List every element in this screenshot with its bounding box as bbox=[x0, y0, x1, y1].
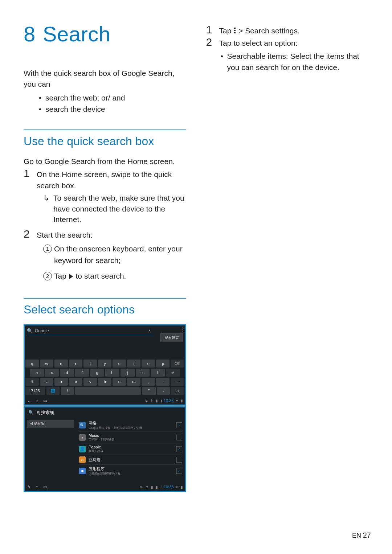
step-item: 1 Tap > Search settings. bbox=[206, 25, 369, 36]
row-sub: Google 网页搜索、书签和浏览器历史记录 bbox=[89, 426, 173, 430]
row-title: 应用程序 bbox=[89, 466, 173, 472]
key[interactable]: p bbox=[156, 360, 170, 368]
key[interactable]: u bbox=[113, 360, 126, 368]
list-item[interactable]: ■ 应用程序已安装的应用程序的名称 ✓ bbox=[79, 465, 182, 477]
key[interactable]: r bbox=[69, 360, 82, 368]
header-title: 可搜索项 bbox=[37, 410, 54, 416]
key[interactable]: a bbox=[171, 387, 184, 395]
battery-icon: ▮ bbox=[181, 485, 183, 489]
list-item[interactable]: ♪ Music艺术家、专辑和曲目 bbox=[79, 432, 182, 443]
overflow-menu-icon bbox=[233, 27, 236, 34]
checkbox-icon[interactable]: ✓ bbox=[176, 422, 182, 428]
key[interactable]: i bbox=[127, 360, 140, 368]
circled-item: 1 On the onscreen keyboard, enter your k… bbox=[43, 243, 186, 267]
section-title: Use the quick search box bbox=[24, 135, 186, 148]
key[interactable]: h bbox=[105, 369, 119, 377]
key-backspace[interactable]: ⌫ bbox=[171, 360, 184, 368]
key[interactable]: f bbox=[75, 369, 89, 377]
android-navbar: ⌄ ⌂ ▭ ⇅ ⇧ ▮ ▮ 10:33 ▾ ▮ bbox=[25, 397, 185, 405]
settings-sidebar: 可搜索项 bbox=[25, 418, 76, 472]
step-item: 2 Start the search: 1 On the onscreen ke… bbox=[24, 230, 186, 286]
chapter-title: 8Search bbox=[24, 22, 186, 46]
nav-home-icon[interactable]: ⌂ bbox=[36, 398, 38, 403]
key[interactable]: v bbox=[83, 378, 97, 386]
nav-recent-icon[interactable]: ▭ bbox=[43, 484, 47, 489]
status-icon: ▮ bbox=[151, 485, 153, 489]
key[interactable]: l bbox=[151, 369, 165, 377]
section-lead: Go to Google Search from the Home screen… bbox=[24, 156, 186, 167]
key[interactable]: n bbox=[113, 378, 126, 386]
screenshot-searchable-items: 🔍 可搜索项 可搜索项 🔍 网络Google 网页搜索、书签和浏览器历史记录 ✓… bbox=[24, 406, 186, 492]
key[interactable]: b bbox=[98, 378, 111, 386]
key[interactable]: c bbox=[69, 378, 82, 386]
key[interactable]: - bbox=[157, 387, 170, 395]
checkbox-icon[interactable]: ✓ bbox=[176, 468, 182, 474]
intro-text: With the quick search box of Google Sear… bbox=[24, 68, 186, 90]
circled-text-post: to start search. bbox=[74, 272, 126, 280]
circled-item: 2 Tap to start search. bbox=[43, 270, 186, 282]
key[interactable]: , bbox=[142, 378, 155, 386]
key[interactable]: a bbox=[30, 369, 44, 377]
wifi-icon: ⇧ bbox=[150, 399, 153, 403]
key-enter[interactable]: ↵ bbox=[166, 369, 180, 377]
clock-text: 10:33 bbox=[164, 398, 174, 403]
list-item[interactable]: a 亚马逊 bbox=[79, 455, 182, 465]
nav-home-icon[interactable]: ⌂ bbox=[36, 484, 38, 489]
search-input[interactable]: 🔍 Google × bbox=[27, 327, 154, 335]
key-space[interactable] bbox=[75, 387, 141, 395]
clear-icon[interactable]: × bbox=[148, 328, 151, 333]
bullet-item: Searchable items: Select the items that … bbox=[227, 50, 369, 73]
signal-icon: ▾ bbox=[176, 399, 178, 403]
row-icon: ■ bbox=[79, 468, 86, 474]
row-title: 网络 bbox=[89, 420, 173, 426]
key[interactable]: s bbox=[45, 369, 59, 377]
key[interactable]: . bbox=[156, 378, 170, 386]
key[interactable]: e bbox=[54, 360, 68, 368]
nav-down-icon[interactable]: ⌄ bbox=[27, 398, 30, 403]
overflow-menu-icon[interactable] bbox=[181, 326, 184, 333]
list-item[interactable]: 👤 People联系人姓名 ✓ bbox=[79, 443, 182, 455]
key[interactable]: g bbox=[90, 369, 105, 377]
onscreen-keyboard: q w e r t y u i o p ⌫ a s d f g bbox=[25, 358, 185, 397]
key[interactable]: / bbox=[61, 387, 74, 395]
nav-recent-icon[interactable]: ▭ bbox=[43, 398, 47, 403]
key-lang[interactable]: 🌐 bbox=[46, 387, 60, 395]
checkbox-icon[interactable]: ✓ bbox=[176, 446, 182, 452]
step-item: 2 Tap to select an option: Searchable it… bbox=[206, 38, 369, 73]
sidebar-item[interactable]: 可搜索项 bbox=[27, 420, 74, 428]
statusbar-time: ⇅ ⇧ ▮ ▮ 10:33 ▾ ▮ bbox=[143, 398, 183, 403]
key[interactable]: y bbox=[98, 360, 111, 368]
key[interactable]: q bbox=[25, 360, 39, 368]
key[interactable]: z bbox=[40, 378, 53, 386]
search-placeholder: Google bbox=[35, 328, 49, 333]
key-go[interactable]: → bbox=[171, 378, 184, 386]
key[interactable]: t bbox=[83, 360, 97, 368]
row-sub: 联系人姓名 bbox=[89, 449, 173, 453]
circled-text: On the onscreen keyboard, enter your key… bbox=[54, 245, 183, 265]
wifi-icon: ⇧ bbox=[146, 485, 148, 489]
list-item[interactable]: 🔍 网络Google 网页搜索、书签和浏览器历史记录 ✓ bbox=[79, 419, 182, 432]
key[interactable]: w bbox=[40, 360, 53, 368]
android-navbar: ↰ ⌂ ▭ ⇅ ⇧ ▮ ▮ ○ 10:33 ▾ ▮ bbox=[25, 483, 185, 491]
key[interactable]: m bbox=[127, 378, 140, 386]
key[interactable]: d bbox=[60, 369, 74, 377]
checkbox-icon[interactable] bbox=[176, 435, 182, 440]
key[interactable]: k bbox=[136, 369, 150, 377]
section-divider bbox=[24, 130, 186, 130]
nav-back-icon[interactable]: ↰ bbox=[27, 484, 30, 489]
key[interactable]: " bbox=[142, 387, 155, 395]
row-title: Music bbox=[89, 433, 173, 438]
screenshot-keyboard: 🔍 Google × 搜索设置 q w e r t y u i o bbox=[24, 324, 186, 406]
step-number: 2 bbox=[206, 37, 214, 73]
bullet-bold: Searchable items bbox=[227, 52, 286, 60]
key-shift[interactable]: ⇧ bbox=[25, 378, 39, 386]
status-icon: ▮ bbox=[156, 485, 158, 489]
key[interactable]: o bbox=[142, 360, 155, 368]
menu-item-search-settings[interactable]: 搜索设置 bbox=[160, 333, 183, 342]
sub-note: To search the web, make sure that you ha… bbox=[43, 193, 186, 225]
key-symbols[interactable]: ?123 bbox=[25, 387, 45, 395]
checkbox-icon[interactable] bbox=[176, 457, 182, 463]
key[interactable]: x bbox=[54, 378, 68, 386]
key[interactable]: j bbox=[121, 369, 135, 377]
status-icon: ⇅ bbox=[140, 485, 143, 489]
